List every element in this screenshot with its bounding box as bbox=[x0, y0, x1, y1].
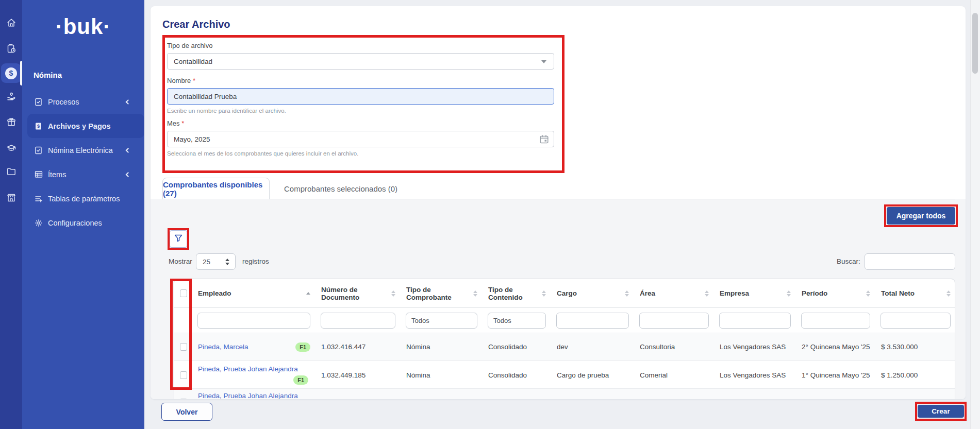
month-value: Mayo, 2025 bbox=[174, 135, 210, 143]
sidebar-item-configuraciones[interactable]: Configuraciones bbox=[22, 211, 144, 235]
volver-button[interactable]: Volver bbox=[161, 403, 212, 421]
search-input[interactable] bbox=[865, 253, 955, 270]
status-badge: F1 bbox=[293, 375, 308, 385]
list-controls: Mostrar 25 registros Buscar: bbox=[151, 253, 966, 270]
sidebar-item-nomina-electronica[interactable]: Nómina Electrónica bbox=[22, 138, 144, 162]
sidebar-item-items[interactable]: Ítems bbox=[22, 162, 144, 186]
filter-input-cargo[interactable] bbox=[556, 313, 629, 329]
payroll-coin-icon[interactable]: $ bbox=[1, 63, 21, 83]
hand-heart-icon[interactable] bbox=[0, 88, 22, 105]
filter-input-periodo[interactable] bbox=[801, 313, 870, 329]
month-help-text: Selecciona el mes de los comprobantes qu… bbox=[167, 150, 558, 157]
empleado-link[interactable]: Pineda, Prueba Johan Alejandra bbox=[198, 392, 298, 399]
empleado-link[interactable]: Pineda, Prueba Johan Alejandra bbox=[198, 365, 298, 373]
annotation-box-agregar-todos: Agregar todos bbox=[884, 204, 958, 227]
sort-icon bbox=[539, 290, 546, 297]
row-checkbox[interactable] bbox=[180, 399, 187, 399]
column-header-documento[interactable]: Número de Documento bbox=[315, 279, 401, 307]
page-size-select[interactable]: 25 bbox=[196, 253, 236, 270]
scrollbar-thumb[interactable] bbox=[972, 13, 978, 74]
search-label: Buscar: bbox=[837, 258, 860, 265]
empleado-cell: Pineda, Prueba Johan Alejandra bbox=[192, 389, 315, 399]
tab-comprobantes-disponibles[interactable]: Comprobantes disponibles (27) bbox=[162, 178, 270, 199]
agregar-todos-button[interactable]: Agregar todos bbox=[887, 207, 955, 225]
list-plus-icon bbox=[35, 195, 48, 202]
column-header-total-neto[interactable]: Total Neto bbox=[875, 279, 956, 307]
sidebar-rail: $ bbox=[0, 0, 22, 429]
sort-icon bbox=[622, 290, 629, 297]
tipo-comprobante-cell: Nómina bbox=[401, 361, 483, 389]
column-header-area[interactable]: Área bbox=[634, 279, 714, 307]
month-picker[interactable]: Mayo, 2025 bbox=[167, 131, 554, 147]
row-checkbox[interactable] bbox=[180, 371, 187, 379]
column-header-periodo[interactable]: Período bbox=[796, 279, 875, 307]
area-cell: Comerial bbox=[634, 361, 714, 389]
empleado-cell: Pineda, Prueba Johan Alejandra F1 bbox=[192, 361, 315, 389]
status-badge: F1 bbox=[295, 342, 310, 352]
sort-icon bbox=[470, 290, 477, 297]
chevron-left-icon bbox=[126, 148, 131, 153]
sidebar-item-archivos-y-pagos[interactable]: $ Archivos y Pagos bbox=[27, 114, 144, 138]
document-check-icon bbox=[35, 98, 48, 106]
filter-funnel-icon bbox=[174, 234, 182, 244]
sidebar-item-procesos[interactable]: Procesos bbox=[22, 90, 144, 114]
filter-select-tipo-comprobante[interactable]: Todos bbox=[406, 313, 477, 329]
filter-cell-empty bbox=[174, 308, 192, 333]
tipo-contenido-cell: Consolidado bbox=[483, 361, 551, 389]
crear-button[interactable]: Crear bbox=[918, 405, 964, 418]
sidebar-item-label: Tablas de parámetros bbox=[48, 195, 120, 203]
column-header-empleado[interactable]: Empleado bbox=[192, 279, 315, 307]
select-all-cell bbox=[174, 279, 192, 307]
records-label: registros bbox=[242, 258, 269, 265]
filter-input-documento[interactable] bbox=[321, 313, 395, 329]
tipo-contenido-cell: Consolidado bbox=[483, 333, 551, 361]
table-row-partial: Pineda, Prueba Johan Alejandra bbox=[174, 389, 955, 399]
empleado-link[interactable]: Pineda, Marcela bbox=[198, 343, 248, 351]
chevron-left-icon bbox=[126, 172, 131, 177]
store-icon[interactable] bbox=[0, 189, 22, 207]
tab-comprobantes-seleccionados[interactable]: Comprobantes seleccionados (0) bbox=[270, 178, 412, 199]
chevron-down-icon bbox=[541, 60, 546, 63]
filter-input-area[interactable] bbox=[639, 313, 709, 329]
name-input[interactable] bbox=[167, 88, 554, 105]
row-checkbox[interactable] bbox=[180, 343, 187, 351]
name-label: Nombre * bbox=[167, 77, 558, 84]
select-all-checkbox[interactable] bbox=[180, 289, 187, 297]
buk-app: $ ·buk· Nómina Procesos $ bbox=[0, 0, 980, 429]
name-help-text: Escribe un nombre para identificar el ar… bbox=[167, 108, 558, 114]
column-header-cargo[interactable]: Cargo bbox=[551, 279, 634, 307]
graduation-cap-icon[interactable] bbox=[0, 140, 22, 157]
folder-icon[interactable] bbox=[0, 163, 22, 180]
filter-input-empleado[interactable] bbox=[197, 313, 310, 329]
table-filter-row: Todos Todos bbox=[174, 308, 955, 333]
filter-input-empresa[interactable] bbox=[719, 313, 791, 329]
stepper-arrows-icon bbox=[225, 259, 229, 265]
filter-select-tipo-contenido[interactable]: Todos bbox=[488, 313, 546, 329]
home-icon[interactable] bbox=[0, 14, 22, 31]
clipboard-clock-icon[interactable] bbox=[0, 40, 22, 57]
sidebar-menu-items: Procesos $ Archivos y Pagos Nómina Elect… bbox=[22, 90, 144, 235]
filter-button[interactable] bbox=[170, 230, 187, 248]
sidebar-item-tablas-de-parametros[interactable]: Tablas de parámetros bbox=[22, 186, 144, 211]
filter-input-total-neto[interactable] bbox=[881, 313, 951, 329]
periodo-cell: 2° Quincena Mayo '25 bbox=[796, 333, 875, 361]
annotation-box-crear: Crear bbox=[915, 402, 967, 421]
required-asterisk: * bbox=[193, 77, 195, 84]
dollar-symbol: $ bbox=[5, 67, 17, 79]
column-header-tipo-comprobante[interactable]: Tipo de Comprobante bbox=[401, 279, 483, 307]
documento-cell: 1.032.416.447 bbox=[315, 333, 401, 361]
file-type-select[interactable]: Contabilidad bbox=[167, 53, 554, 70]
annotation-box-form: Tipo de archivo Contabilidad Nombre * Es… bbox=[162, 35, 564, 173]
gift-icon[interactable] bbox=[0, 113, 22, 131]
calendar-icon bbox=[539, 134, 549, 146]
page-title: Crear Archivo bbox=[162, 19, 230, 30]
sidebar-item-label: Archivos y Pagos bbox=[48, 122, 111, 130]
empleado-cell: Pineda, Marcela F1 bbox=[192, 333, 315, 361]
annotation-box-filter bbox=[168, 228, 189, 250]
column-header-empresa[interactable]: Empresa bbox=[714, 279, 796, 307]
column-header-tipo-contenido[interactable]: Tipo de Contenido bbox=[483, 279, 551, 307]
sidebar-item-label: Ítems bbox=[48, 170, 66, 179]
required-asterisk: * bbox=[181, 119, 184, 127]
page-scrollbar bbox=[970, 0, 980, 429]
table-grid-icon bbox=[35, 170, 48, 178]
